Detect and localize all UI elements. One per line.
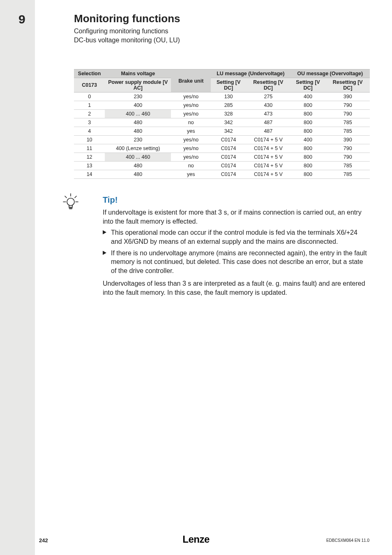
tip-block: Tip! If undervoltage is existent for mor…	[74, 195, 370, 297]
table-header-row-1: Selection Mains voltage Brake unit LU me…	[74, 69, 370, 78]
table-row: 11400 (Lenze setting)yes/noC0174C0174 + …	[74, 144, 370, 153]
tip-bullet: This operational mode can occur if the c…	[103, 228, 370, 246]
table-row: 0230yes/no130275400390	[74, 92, 370, 101]
th-selection: Selection	[74, 69, 105, 78]
svg-point-5	[67, 198, 74, 206]
th-lu-reset: Resetting [V DC]	[246, 78, 290, 92]
th-brake: Brake unit	[171, 69, 211, 92]
page-subtitle-2: DC-bus voltage monitoring (OU, LU)	[74, 36, 370, 45]
table-row: 2400 ... 460yes/no328473800790	[74, 110, 370, 118]
chapter-number: 9	[18, 12, 25, 26]
tip-body: If undervoltage is existent for more tha…	[103, 208, 370, 297]
th-ou: OU message (Overvoltage)	[291, 69, 370, 78]
table-row: 3480no342487800785	[74, 118, 370, 127]
table-row: 12400 ... 460yes/noC0174C0174 + 5 V80079…	[74, 153, 370, 162]
page-number: 242	[39, 537, 48, 543]
th-lu-set: Setting [V DC]	[211, 78, 246, 92]
main-content: Monitoring functions Configuring monitor…	[74, 12, 370, 300]
lightbulb-icon	[62, 193, 80, 213]
table-row: 4480yes342487800785	[74, 127, 370, 136]
page-subtitle-1: Configuring monitoring functions	[74, 27, 370, 36]
tip-bullet: If there is no undervoltage anymore (mai…	[103, 249, 370, 275]
th-ou-set: Setting [V DC]	[291, 78, 326, 92]
page-title: Monitoring functions	[74, 12, 370, 25]
left-sidebar	[0, 0, 35, 555]
svg-line-1	[65, 196, 67, 198]
th-lu: LU message (Undervoltage)	[211, 69, 290, 78]
th-ou-reset: Resetting [V DC]	[326, 78, 370, 92]
table-row: 10230yes/noC0174C0174 + 5 V400390	[74, 136, 370, 144]
table-row: 13480noC0174C0174 + 5 V800785	[74, 162, 370, 170]
th-c0173: C0173	[74, 78, 105, 92]
th-mains: Mains voltage	[105, 69, 171, 78]
svg-line-2	[75, 196, 76, 198]
tip-paragraph: If undervoltage is existent for more tha…	[103, 208, 370, 226]
tip-paragraph: Undervoltages of less than 3 s are inter…	[103, 279, 370, 297]
table-header-row-2: C0173 Power supply module [V AC] Setting…	[74, 78, 370, 92]
table-body: 0230yes/no130275400390 1400yes/no2854308…	[74, 92, 370, 179]
voltage-table: Selection Mains voltage Brake unit LU me…	[74, 69, 370, 179]
th-psm: Power supply module [V AC]	[105, 78, 171, 92]
table-row: 14480yesC0174C0174 + 5 V800785	[74, 170, 370, 179]
brand-logo: Lenze	[182, 534, 210, 545]
document-id: EDBCSXM064 EN 11.0	[326, 538, 369, 543]
table-row: 1400yes/no285430800790	[74, 101, 370, 110]
tip-title: Tip!	[103, 195, 370, 205]
